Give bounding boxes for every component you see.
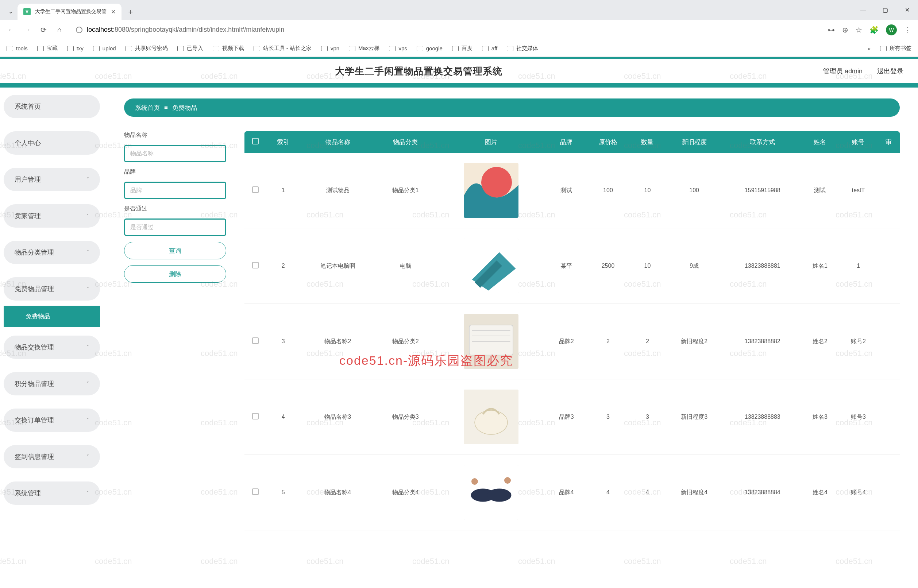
breadcrumb-home[interactable]: 系统首页 [135, 103, 160, 112]
site-info-icon[interactable] [76, 27, 82, 33]
image-preview[interactable] [464, 465, 519, 520]
data-cell: 姓名3 [801, 380, 839, 455]
kebab-menu-icon[interactable]: ⋮ [904, 26, 912, 34]
bookmark-item[interactable]: Max云梯 [349, 45, 380, 52]
sidebar-item[interactable]: 物品交换管理˅ [4, 336, 100, 359]
bookmark-item[interactable]: 社交媒体 [507, 45, 538, 52]
column-header: 原价格 [586, 131, 631, 153]
chevron-down-icon: ˅ [86, 490, 89, 496]
folder-icon [321, 46, 328, 51]
query-button[interactable]: 查询 [124, 242, 226, 259]
sidebar-item[interactable]: 系统首页 [4, 95, 100, 118]
checkbox-cell [244, 228, 267, 304]
checkbox-header[interactable] [244, 131, 267, 153]
data-cell: 电脑 [375, 228, 435, 304]
bookmark-item[interactable]: google [417, 45, 443, 52]
all-bookmarks-label: 所有书签 [889, 45, 912, 52]
brand-input[interactable] [124, 182, 226, 199]
data-cell: 100 [586, 153, 631, 228]
sidebar-item[interactable]: 用户管理˅ [4, 168, 100, 191]
forward-button[interactable]: → [23, 25, 32, 35]
url-field[interactable]: localhost:8080/springbootayqkl/admin/dis… [71, 23, 821, 37]
bookmark-label: 已导入 [187, 45, 203, 52]
select-all-checkbox[interactable] [252, 138, 259, 144]
profile-avatar[interactable]: W [886, 24, 897, 36]
checkbox-cell [244, 304, 267, 380]
name-input[interactable] [124, 145, 226, 162]
folder-icon [482, 46, 488, 51]
extensions-icon[interactable]: 🧩 [870, 26, 879, 34]
back-button[interactable]: ← [6, 25, 16, 35]
zoom-icon[interactable]: ⊕ [842, 26, 849, 34]
bookmark-star-icon[interactable]: ☆ [856, 26, 862, 34]
bookmark-item[interactable]: 百度 [452, 45, 472, 52]
tab-dropdown-icon[interactable]: ⌄ [4, 4, 18, 18]
table-row: 3物品名称2物品分类2品牌222新旧程度213823888882姓名2账号2 [244, 304, 900, 380]
sidebar-item[interactable]: 交换订单管理˅ [4, 409, 100, 432]
svg-point-11 [475, 410, 507, 435]
close-window-button[interactable]: ✕ [896, 0, 918, 20]
home-button[interactable]: ⌂ [55, 25, 64, 35]
bookmark-item[interactable]: tools [6, 45, 28, 52]
row-checkbox[interactable] [252, 413, 259, 420]
data-cell [878, 380, 900, 455]
sidebar-item[interactable]: 系统管理˅ [4, 481, 100, 505]
folder-icon [417, 46, 423, 51]
data-cell: 新旧程度3 [664, 380, 724, 455]
bookmark-item[interactable]: vpn [321, 45, 339, 52]
bookmark-item[interactable]: vps [389, 45, 407, 52]
chevron-up-icon: ˄ [86, 286, 89, 292]
row-checkbox[interactable] [252, 338, 259, 344]
sidebar-item[interactable]: 物品分类管理˅ [4, 241, 100, 264]
bookmark-item[interactable]: txy [67, 45, 84, 52]
maximize-button[interactable]: ▢ [874, 0, 896, 20]
row-checkbox[interactable] [252, 186, 259, 193]
row-checkbox[interactable] [252, 488, 259, 495]
sidebar-subitem[interactable]: 免费物品 [4, 306, 100, 327]
browser-tab[interactable]: V 大学生二手闲置物品置换交易管 ✕ [18, 4, 121, 20]
bookmark-item[interactable]: aff [482, 45, 497, 52]
browser-tab-strip: ⌄ V 大学生二手闲置物品置换交易管 ✕ + — ▢ ✕ [0, 0, 918, 20]
table-container[interactable]: 索引物品名称物品分类图片品牌原价格数量新旧程度联系方式姓名账号审 1测试物品物品… [244, 131, 900, 588]
logout-link[interactable]: 退出登录 [877, 67, 903, 76]
bookmark-item[interactable]: 共享账号密码 [126, 45, 168, 52]
bookmark-item[interactable]: 站长工具 - 站长之家 [254, 45, 312, 52]
favicon-icon: V [23, 8, 31, 15]
data-cell: 3 [267, 304, 300, 380]
data-cell: 某平 [547, 228, 586, 304]
minimize-button[interactable]: — [852, 0, 874, 20]
column-header: 新旧程度 [664, 131, 724, 153]
close-tab-icon[interactable]: ✕ [111, 8, 116, 15]
image-preview[interactable] [464, 163, 519, 218]
sidebar-item-label: 用户管理 [15, 175, 41, 184]
new-tab-button[interactable]: + [124, 6, 137, 18]
image-preview[interactable] [464, 389, 519, 444]
bookmark-label: 视频下载 [222, 45, 244, 52]
bookmark-item[interactable]: 已导入 [177, 45, 203, 52]
sidebar-item[interactable]: 个人中心 [4, 131, 100, 155]
data-cell: 物品分类2 [375, 304, 435, 380]
sidebar-item[interactable]: 卖家管理˅ [4, 204, 100, 228]
reload-button[interactable]: ⟳ [39, 25, 48, 35]
bookmark-item[interactable]: 视频下载 [213, 45, 244, 52]
bookmark-item[interactable]: uplod [93, 45, 116, 52]
sidebar-item[interactable]: 免费物品管理˄ [4, 277, 100, 300]
breadcrumb: 系统首页 ≡ 免费物品 [124, 99, 900, 117]
brand-label: 品牌 [124, 168, 226, 176]
delete-button[interactable]: 删除 [124, 265, 226, 283]
approve-input[interactable] [124, 218, 226, 236]
sidebar-item[interactable]: 签到信息管理˅ [4, 445, 100, 468]
column-header: 联系方式 [724, 131, 801, 153]
all-bookmarks-button[interactable]: 所有书签 [880, 45, 912, 52]
image-preview[interactable] [464, 314, 519, 369]
bookmark-item[interactable]: 宝藏 [37, 45, 58, 52]
admin-label[interactable]: 管理员 admin [823, 67, 863, 76]
bookmarks-overflow-icon[interactable]: » [868, 45, 871, 52]
sidebar-item[interactable]: 积分物品管理˅ [4, 372, 100, 396]
row-checkbox[interactable] [252, 262, 259, 268]
password-icon[interactable]: ⊶ [827, 26, 835, 34]
folder-icon [507, 46, 513, 51]
chevron-down-icon: ˅ [86, 381, 89, 387]
bookmark-label: vpn [331, 45, 339, 52]
image-preview[interactable] [464, 239, 519, 293]
